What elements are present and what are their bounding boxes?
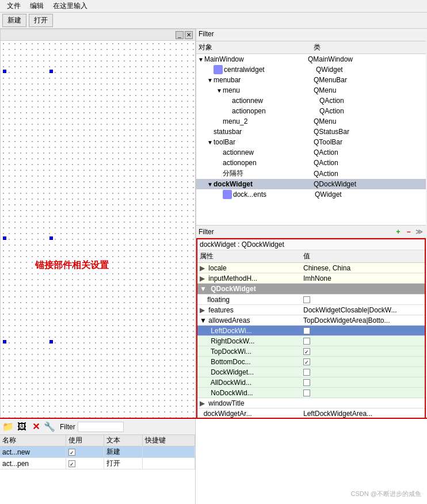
- tree-node-class: QMainWindow: [308, 55, 353, 63]
- action-used-open: [66, 458, 104, 469]
- prop-name-leftdock: LeftDockWi...: [197, 326, 301, 336]
- image-icon[interactable]: 🖼: [16, 421, 28, 433]
- tree-row-dockwidget[interactable]: ▼ dockWidget QDockWidget: [196, 179, 426, 189]
- prop-row-locale[interactable]: ▶ locale Chinese, China: [197, 263, 425, 273]
- tree-row[interactable]: centralwidget QWidget: [196, 64, 426, 75]
- tree-node-name: actionnew: [232, 97, 319, 105]
- action-shortcut-open: [143, 458, 195, 469]
- tree-row[interactable]: statusbar QStatusBar: [196, 127, 426, 137]
- topdock-checkbox[interactable]: [303, 348, 310, 355]
- tree-row[interactable]: ▼ toolBar QToolBar: [196, 137, 426, 147]
- alldock-checkbox[interactable]: [303, 379, 310, 386]
- prop-value-floating: [301, 295, 425, 305]
- prop-value-alldock: [301, 377, 425, 388]
- menu-bar: 文件 编辑 在这里输入: [0, 0, 427, 13]
- col-text-header: 文本: [104, 435, 143, 446]
- prop-row-windowtitle[interactable]: ▶ windowTitle: [197, 398, 425, 408]
- object-tree-filter[interactable]: Filter: [196, 29, 426, 41]
- prop-name-topdock: TopDockWi...: [197, 346, 301, 357]
- prop-value-bottomdock: [301, 357, 425, 367]
- floating-checkbox[interactable]: [303, 296, 310, 303]
- tree-node-name: menubar: [214, 76, 314, 84]
- action-filter-input[interactable]: [78, 422, 124, 432]
- open-button[interactable]: 打开: [29, 14, 53, 27]
- object-tree: 对象 类 ▼ MainWindow QMainWindow centralwid…: [196, 41, 426, 226]
- tree-row[interactable]: menu_2 QMenu: [196, 116, 426, 127]
- anchor-dot: [3, 340, 6, 343]
- section-arrow-icon: ▼: [200, 285, 207, 293]
- prop-name-dockwidgetarea: DockWidget...: [197, 367, 301, 377]
- tree-row[interactable]: actionopen QAction: [196, 106, 426, 116]
- add-filter-button[interactable]: +: [394, 227, 403, 236]
- prop-row-nodock[interactable]: NoDockWid...: [197, 388, 425, 398]
- prop-name-windowtitle: ▶ windowTitle: [197, 398, 301, 408]
- prop-value-inputmethod: ImhNone: [301, 273, 425, 284]
- prop-row-features[interactable]: ▶ features DockWidgetClosable|DockW...: [197, 305, 425, 315]
- leftdock-checkbox[interactable]: [303, 327, 310, 334]
- prop-row-inputmethod[interactable]: ▶ inputMethodH... ImhNone: [197, 273, 425, 284]
- menu-file[interactable]: 文件: [2, 0, 25, 12]
- bottomdock-checkbox[interactable]: [303, 358, 310, 365]
- settings-icon[interactable]: 🔧: [44, 421, 55, 433]
- prop-row-leftdock[interactable]: LeftDockWi...: [197, 326, 425, 336]
- close-button[interactable]: ✕: [185, 31, 193, 39]
- prop-row-topdock[interactable]: TopDockWi...: [197, 346, 425, 357]
- prop-row-dockwidgetarea[interactable]: DockWidget...: [197, 367, 425, 377]
- tree-expand-arrow: ▼: [207, 139, 214, 146]
- prop-row-dockwidgetar[interactable]: dockWidgetAr... LeftDockWidgetArea...: [197, 408, 425, 419]
- prop-row-alldock[interactable]: AllDockWid...: [197, 377, 425, 388]
- action-text-open: 打开: [104, 458, 143, 469]
- tree-row[interactable]: actionopen QAction: [196, 158, 426, 168]
- prop-row-rightdock[interactable]: RightDockW...: [197, 336, 425, 346]
- tree-row[interactable]: ▼ MainWindow QMainWindow: [196, 54, 426, 64]
- property-title: dockWidget : QDockWidget: [197, 239, 425, 250]
- action-row-new[interactable]: act...new 新建: [0, 446, 195, 458]
- prop-value-rightdock: [301, 336, 425, 346]
- tree-expand-arrow: ▼: [207, 181, 214, 188]
- prop-name-floating: floating: [197, 295, 301, 305]
- remove-filter-button[interactable]: −: [404, 227, 413, 236]
- menu-edit[interactable]: 编辑: [25, 0, 48, 12]
- delete-icon[interactable]: ✕: [30, 421, 41, 433]
- action-used-checkbox-new[interactable]: [68, 449, 75, 456]
- tree-row[interactable]: 分隔符 QAction: [196, 168, 426, 179]
- prop-value-dockwidgetarea: [301, 367, 425, 377]
- prop-row-floating[interactable]: floating: [197, 295, 425, 305]
- tree-node-class: QMenu: [314, 86, 336, 94]
- tree-node-class: QMenuBar: [314, 76, 347, 84]
- tree-row[interactable]: actionnew QAction: [196, 147, 426, 158]
- prop-expand-icon: ▶: [200, 399, 207, 407]
- tree-row[interactable]: actionnew QAction: [196, 96, 426, 106]
- folder-icon[interactable]: 📁: [2, 421, 14, 433]
- tree-node-name: actionnew: [223, 148, 314, 156]
- tree-row[interactable]: ▼ menubar QMenuBar: [196, 75, 426, 85]
- prop-expand-icon: ▶: [200, 306, 207, 314]
- prop-row-allowedareas[interactable]: ▼ allowedAreas TopDockWidgetArea|Botto..…: [197, 315, 425, 326]
- dockwidgetarea-checkbox[interactable]: [303, 369, 310, 376]
- tree-node-name: statusbar: [214, 128, 314, 136]
- filter-buttons: + − ≫: [394, 227, 424, 236]
- prop-value-nodock: [301, 388, 425, 398]
- menu-input[interactable]: 在这里输入: [48, 0, 92, 12]
- minimize-button[interactable]: _: [176, 31, 184, 39]
- anchor-dot: [49, 340, 53, 343]
- rightdock-checkbox[interactable]: [303, 338, 310, 345]
- tree-expand-arrow: ▼: [216, 87, 223, 94]
- tree-node-class: QAction: [319, 107, 344, 115]
- prop-expand-icon: ▶: [200, 264, 207, 272]
- prop-name-bottomdock: BottomDoc...: [197, 357, 301, 367]
- more-filter-button[interactable]: ≫: [414, 227, 424, 236]
- tree-node-class: QAction: [319, 97, 344, 105]
- action-table: 名称 使用 文本 快捷键 act...new 新建 act...pen: [0, 435, 195, 469]
- tree-node-class: QAction: [314, 170, 338, 178]
- action-used-checkbox-open[interactable]: [68, 460, 75, 467]
- new-button[interactable]: 新建: [2, 14, 26, 27]
- prop-name-rightdock: RightDockW...: [197, 336, 301, 346]
- prop-row-bottomdock[interactable]: BottomDoc...: [197, 357, 425, 367]
- filter-label: Filter: [199, 228, 214, 236]
- prop-value-allowedareas: TopDockWidgetArea|Botto...: [301, 315, 425, 326]
- tree-row[interactable]: dock...ents QWidget: [196, 189, 426, 200]
- action-row-open[interactable]: act...pen 打开: [0, 458, 195, 469]
- nodock-checkbox[interactable]: [303, 390, 310, 396]
- tree-row[interactable]: ▼ menu QMenu: [196, 85, 426, 96]
